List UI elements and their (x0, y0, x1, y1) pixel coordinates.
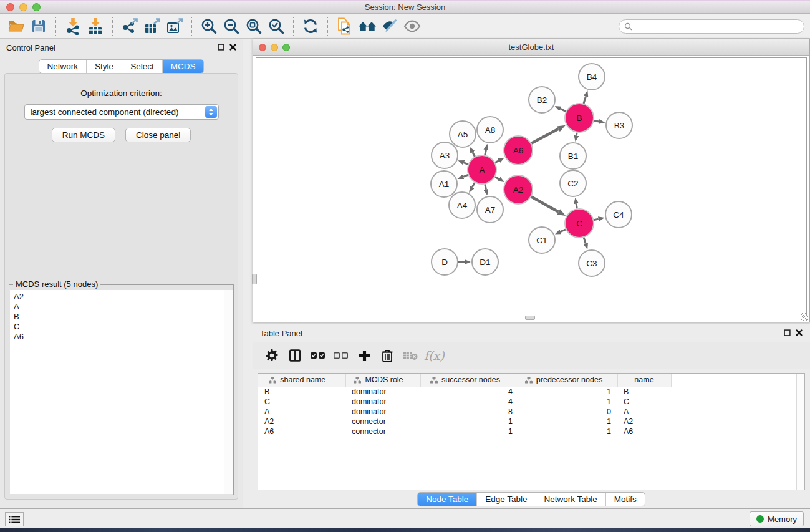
cell-shared_name[interactable]: B (258, 387, 345, 397)
cell-name[interactable]: B (617, 387, 671, 397)
network-canvas[interactable]: B4B2BB3A8A5A6A3B1AC2A1A2A4A7C4CC1DD1C3 (256, 57, 807, 316)
resize-corner-icon[interactable] (801, 313, 808, 321)
graph-node-A6[interactable]: A6 (504, 136, 533, 165)
graph-edge-A6-B[interactable] (531, 129, 558, 143)
first-neighbors-icon[interactable] (356, 16, 378, 36)
optimization-criterion-dropdown[interactable]: largest connected component (directed) (24, 104, 219, 120)
tab-network-table[interactable]: Network Table (536, 493, 606, 506)
tab-select[interactable]: Select (122, 60, 163, 73)
delete-column-icon[interactable] (378, 346, 397, 365)
cell-predecessor_nodes[interactable]: 0 (519, 407, 617, 417)
mcds-result-item[interactable]: A2 (14, 292, 224, 302)
table-row[interactable]: Cdominator41C (258, 397, 683, 407)
graph-node-B3[interactable]: B3 (606, 112, 632, 138)
mcds-result-item[interactable]: C (14, 322, 224, 332)
columns-icon[interactable] (286, 346, 304, 365)
cell-shared_name[interactable]: A2 (258, 417, 345, 427)
refresh-layout-icon[interactable] (299, 16, 322, 36)
cell-predecessor_nodes[interactable]: 1 (519, 417, 617, 427)
table-row[interactable]: Adominator80A (258, 407, 683, 417)
graph-edge-A-A4[interactable] (472, 183, 475, 187)
cell-successor_nodes[interactable]: 4 (420, 397, 519, 407)
close-table-panel-icon[interactable] (796, 327, 803, 339)
folder-open-icon[interactable] (5, 16, 27, 36)
table-row[interactable]: A6connector11A6 (258, 427, 683, 437)
close-panel-button[interactable]: Close panel (125, 128, 191, 142)
graph-edge-A-A1[interactable] (463, 175, 468, 177)
mcds-result-item[interactable]: A (14, 302, 224, 312)
graph-node-B2[interactable]: B2 (529, 87, 555, 113)
cell-mcds_role[interactable]: connector (345, 417, 420, 427)
cell-successor_nodes[interactable]: 4 (420, 387, 519, 397)
column-header-mcds_role[interactable]: MCDS role (345, 374, 420, 387)
mcds-result-list[interactable]: A2ABCA6 (10, 290, 224, 494)
column-header-predecessor_nodes[interactable]: predecessor nodes (519, 374, 617, 387)
deselect-all-icon[interactable] (332, 346, 350, 365)
graph-node-A3[interactable]: A3 (432, 142, 458, 168)
graph-edge-A-A7[interactable] (485, 185, 486, 190)
new-network-from-selection-icon[interactable] (334, 16, 356, 36)
float-panel-icon[interactable] (218, 42, 224, 53)
graph-node-A1[interactable]: A1 (431, 171, 457, 197)
graph-edge-A-A3[interactable] (464, 163, 468, 165)
graph-node-D[interactable]: D (432, 249, 458, 275)
column-header-shared_name[interactable]: shared name (258, 374, 345, 387)
tab-edge-table[interactable]: Edge Table (477, 493, 536, 506)
tab-mcds[interactable]: MCDS (163, 60, 204, 73)
run-mcds-button[interactable]: Run MCDS (52, 128, 115, 142)
graph-edge-A2-C[interactable] (531, 197, 559, 212)
graph-edge-B-B2[interactable] (561, 109, 566, 111)
graph-edge-A-A2[interactable] (495, 177, 499, 179)
show-panels-button[interactable] (5, 512, 24, 526)
cell-name[interactable]: A2 (617, 417, 671, 427)
table-row[interactable]: Bdominator41B (258, 387, 683, 397)
tab-style[interactable]: Style (87, 60, 122, 73)
graph-node-A7[interactable]: A7 (477, 196, 503, 223)
zoom-out-icon[interactable] (220, 16, 243, 36)
cell-predecessor_nodes[interactable]: 1 (519, 387, 617, 397)
graph-edge-A-A6[interactable] (495, 160, 499, 162)
graph-edge-C-C2[interactable] (576, 204, 577, 209)
graph-edge-C-C3[interactable] (584, 238, 586, 244)
tab-network[interactable]: Network (39, 60, 87, 73)
graph-node-C2[interactable]: C2 (560, 170, 586, 196)
export-table-icon[interactable] (141, 16, 163, 36)
memory-button[interactable]: Memory (750, 511, 804, 526)
table-scrollbar[interactable] (796, 374, 804, 490)
mcds-result-item[interactable]: A6 (14, 332, 224, 342)
column-header-successor_nodes[interactable]: successor nodes (420, 374, 519, 387)
graph-edge-B-B4[interactable] (584, 97, 586, 104)
zoom-selected-icon[interactable] (265, 16, 287, 36)
graph-node-A2[interactable]: A2 (504, 175, 533, 204)
graph-node-A8[interactable]: A8 (477, 117, 503, 143)
search-input[interactable] (635, 21, 804, 32)
graph-node-C[interactable]: C (565, 209, 594, 238)
hide-selected-icon[interactable] (378, 16, 401, 36)
cell-mcds_role[interactable]: connector (345, 427, 420, 437)
graph-edge-B-B1[interactable] (576, 133, 577, 136)
show-all-icon[interactable] (401, 16, 423, 36)
search-box[interactable] (619, 19, 804, 34)
import-table-icon[interactable] (84, 16, 107, 36)
graph-node-A5[interactable]: A5 (450, 121, 476, 147)
cell-successor_nodes[interactable]: 1 (420, 417, 519, 427)
cell-mcds_role[interactable]: dominator (345, 397, 420, 407)
table-row[interactable]: A2connector11A2 (258, 417, 683, 427)
panel-gripper-bottom[interactable] (525, 316, 535, 320)
export-network-icon[interactable] (118, 16, 141, 36)
panel-gripper-left[interactable] (252, 274, 257, 284)
graph-node-A[interactable]: A (468, 155, 496, 184)
graph-edge-A-A8[interactable] (485, 150, 486, 155)
floppy-save-icon[interactable] (27, 16, 50, 36)
graph-node-C3[interactable]: C3 (579, 250, 605, 276)
graph-node-D1[interactable]: D1 (472, 249, 498, 275)
select-all-icon[interactable] (309, 346, 327, 365)
cell-shared_name[interactable]: C (258, 397, 345, 407)
graph-node-B4[interactable]: B4 (579, 64, 605, 90)
cell-predecessor_nodes[interactable]: 1 (519, 397, 617, 407)
import-network-icon[interactable] (62, 16, 84, 36)
export-image-icon[interactable] (163, 16, 186, 36)
cell-shared_name[interactable]: A6 (258, 427, 345, 437)
cell-predecessor_nodes[interactable]: 1 (519, 427, 617, 437)
close-panel-icon[interactable] (229, 42, 236, 53)
